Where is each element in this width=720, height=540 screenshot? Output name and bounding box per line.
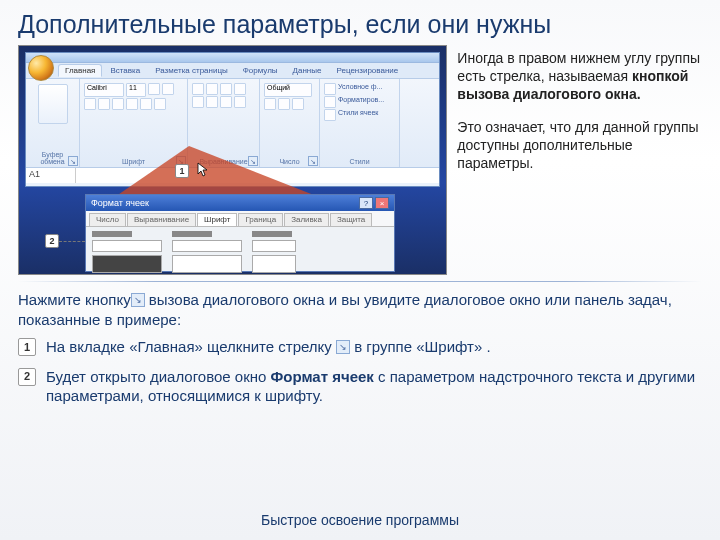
cond-format-icon[interactable] (324, 83, 336, 95)
dialog-title: Формат ячеек (91, 198, 149, 208)
tab-layout[interactable]: Разметка страницы (148, 64, 235, 77)
dialog-launcher-icon (336, 340, 350, 354)
font-name-combo[interactable]: Calibri (84, 83, 124, 97)
align-bot-icon[interactable] (220, 83, 232, 95)
dlg-tab-align[interactable]: Выравнивание (127, 213, 196, 226)
grow-font-icon[interactable] (148, 83, 160, 95)
dlg-style-field[interactable] (172, 240, 242, 252)
percent-icon[interactable] (278, 98, 290, 110)
dlg-label (252, 231, 292, 237)
callout-line-2 (59, 241, 85, 242)
step-2: 2 Будет открыто диалоговое окно Формат я… (18, 367, 702, 406)
indent-icon[interactable] (234, 96, 246, 108)
step-num-1: 1 (18, 338, 36, 356)
dlg-list[interactable] (92, 255, 162, 273)
format-table-label: Форматиров... (338, 96, 384, 108)
dlg-tab-number[interactable]: Число (89, 213, 126, 226)
underline-icon[interactable] (112, 98, 124, 110)
step-num-2: 2 (18, 368, 36, 386)
steps-list: 1 На вкладке «Главная» щелкните стрелку … (0, 337, 720, 406)
border-icon[interactable] (126, 98, 138, 110)
font-size-combo[interactable]: 11 (126, 83, 146, 97)
callout-marker-1: 1 (175, 164, 189, 178)
slide-footer: Быстрое освоение программы (0, 512, 720, 528)
orient-icon[interactable] (234, 83, 246, 95)
top-area: Главная Вставка Разметка страницы Формул… (0, 45, 720, 275)
cond-format-label: Условное ф... (338, 83, 382, 95)
format-cells-dialog: Формат ячеек ? × Число Выравнивание Шриф… (85, 194, 395, 272)
tab-review[interactable]: Рецензирование (329, 64, 405, 77)
office-button[interactable] (28, 55, 54, 81)
dlg-tab-protect[interactable]: Защита (330, 213, 372, 226)
dlg-tab-fill[interactable]: Заливка (284, 213, 329, 226)
group-clipboard: Буфер обмена (26, 79, 80, 167)
para-1: Иногда в правом нижнем углу группы есть … (457, 49, 702, 104)
dialog-tabs: Число Выравнивание Шрифт Граница Заливка… (86, 211, 394, 227)
tab-data[interactable]: Данные (286, 64, 329, 77)
italic-icon[interactable] (98, 98, 110, 110)
comma-icon[interactable] (292, 98, 304, 110)
align-left-icon[interactable] (192, 96, 204, 108)
tab-formulas[interactable]: Формулы (236, 64, 285, 77)
number-format-combo[interactable]: Общий (264, 83, 312, 97)
tab-home[interactable]: Главная (58, 64, 102, 77)
step-2-text: Будет открыто диалоговое окно Формат яче… (46, 367, 702, 406)
cell-styles-label: Стили ячеек (338, 109, 378, 121)
clipboard-launcher-icon[interactable] (68, 156, 78, 166)
dialog-launcher-icon (131, 293, 145, 307)
dlg-label (92, 231, 132, 237)
callout-highlight (109, 146, 329, 201)
dialog-help-icon[interactable]: ? (359, 197, 373, 209)
bold-icon[interactable] (84, 98, 96, 110)
step-1-text: На вкладке «Главная» щелкните стрелку в … (46, 337, 702, 357)
dialog-body (86, 227, 394, 275)
slide-title: Дополнительные параметры, если они нужны (0, 0, 720, 45)
align-top-icon[interactable] (192, 83, 204, 95)
tab-insert[interactable]: Вставка (103, 64, 147, 77)
align-right-icon[interactable] (220, 96, 232, 108)
callout-marker-2: 2 (45, 234, 59, 248)
font-color-icon[interactable] (154, 98, 166, 110)
para-2: Это означает, что для данной группы дост… (457, 118, 702, 173)
shrink-font-icon[interactable] (162, 83, 174, 95)
group-styles: Условное ф... Форматиров... Стили ячеек … (320, 79, 400, 167)
ribbon-tabs: Главная Вставка Разметка страницы Формул… (26, 63, 439, 79)
dlg-list[interactable] (252, 255, 296, 273)
app-screenshot: Главная Вставка Разметка страницы Формул… (18, 45, 447, 275)
name-box[interactable]: A1 (26, 168, 76, 183)
dlg-size-field[interactable] (252, 240, 296, 252)
fill-color-icon[interactable] (140, 98, 152, 110)
group-styles-label: Стили (324, 158, 395, 165)
currency-icon[interactable] (264, 98, 276, 110)
align-mid-icon[interactable] (206, 83, 218, 95)
dlg-label (172, 231, 212, 237)
paste-button[interactable] (38, 84, 68, 124)
dialog-titlebar: Формат ячеек ? × (86, 195, 394, 211)
dlg-list[interactable] (172, 255, 242, 273)
intro-line: Нажмите кнопку вызова диалогового окна и… (0, 288, 720, 337)
window-titlebar (26, 53, 439, 63)
cell-styles-icon[interactable] (324, 109, 336, 121)
divider (18, 281, 702, 282)
step-1: 1 На вкладке «Главная» щелкните стрелку … (18, 337, 702, 357)
align-center-icon[interactable] (206, 96, 218, 108)
dlg-font-field[interactable] (92, 240, 162, 252)
dlg-tab-border[interactable]: Граница (238, 213, 283, 226)
dialog-close-icon[interactable]: × (375, 197, 389, 209)
format-table-icon[interactable] (324, 96, 336, 108)
explanation-text: Иногда в правом нижнем углу группы есть … (457, 45, 702, 275)
cursor-icon (197, 162, 209, 178)
dlg-tab-font[interactable]: Шрифт (197, 213, 237, 226)
